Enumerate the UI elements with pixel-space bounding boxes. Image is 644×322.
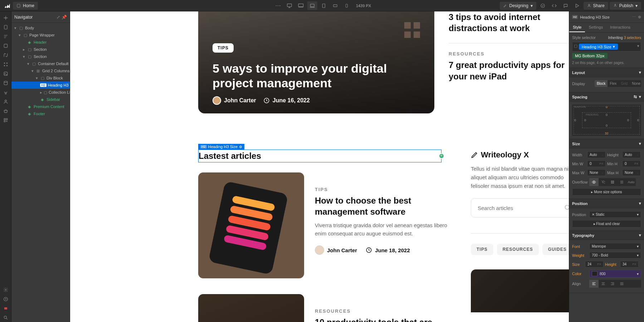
desktop-large-icon[interactable] xyxy=(296,1,306,10)
tree-premium[interactable]: ◈Premium Content xyxy=(11,103,70,110)
color-select[interactable]: 800▾ xyxy=(589,270,641,278)
help-icon[interactable] xyxy=(1,295,10,303)
tree-collection[interactable]: ▸▢Collection Lis xyxy=(11,89,70,96)
canvas[interactable]: TIPS 5 ways to improve your digital proj… xyxy=(70,11,569,322)
variables-icon[interactable] xyxy=(1,60,10,69)
selector-chip[interactable]: Heading H3 Size▾ xyxy=(579,44,618,50)
code-icon[interactable] xyxy=(549,1,559,10)
laptop-icon[interactable] xyxy=(307,1,317,10)
search-input[interactable] xyxy=(478,205,561,211)
pin-icon[interactable]: 📌 xyxy=(62,15,67,20)
collapse-icon[interactable]: ⤢ xyxy=(57,15,60,20)
tree-body[interactable]: ▾▢Body xyxy=(11,24,70,31)
article-title[interactable]: How to choose the best management softwa… xyxy=(315,195,449,217)
spacing-editor[interactable]: MARGIN PADDING 0 0 32 0 0 0 0 0 xyxy=(572,104,641,136)
webflow-logo-icon[interactable] xyxy=(3,1,11,10)
hero-card[interactable]: TIPS 5 ways to improve your digital proj… xyxy=(198,11,434,113)
tablet-icon[interactable] xyxy=(319,1,329,10)
line-height-input[interactable]: 34PX xyxy=(620,261,639,268)
tab-interactions[interactable]: Interactions xyxy=(606,23,634,32)
side-title[interactable]: 3 tips to avoid internet distractions at… xyxy=(449,11,569,34)
font-size-input[interactable]: 24PX xyxy=(585,261,604,268)
weight-select[interactable]: 700 - Bold▾ xyxy=(589,252,641,259)
settings-icon[interactable] xyxy=(1,286,10,294)
display-flex[interactable]: Flex xyxy=(608,80,619,87)
components-icon[interactable] xyxy=(1,42,10,50)
section-size[interactable]: Size▾ xyxy=(569,139,644,148)
tree-section[interactable]: ▾▢Section xyxy=(11,53,70,60)
more-size-button[interactable]: ▸ More size options xyxy=(572,188,641,196)
section-position[interactable]: Position▾ xyxy=(569,199,644,208)
article-title[interactable]: 10 productivity tools that are xyxy=(315,317,449,322)
align-center-icon[interactable] xyxy=(599,280,608,288)
width-input[interactable]: Auto- xyxy=(587,151,606,158)
assets-icon[interactable] xyxy=(1,69,10,78)
overflow-auto-icon[interactable] xyxy=(617,178,626,186)
users-icon[interactable] xyxy=(1,97,10,106)
minh-input[interactable]: 0PX xyxy=(622,160,641,167)
preview-icon[interactable] xyxy=(572,1,582,10)
height-input[interactable]: Auto- xyxy=(622,151,641,158)
align-justify-icon[interactable] xyxy=(617,280,626,288)
logic-icon[interactable] xyxy=(1,51,10,59)
phone-icon[interactable] xyxy=(342,1,352,10)
selector-input[interactable]: ▢ Heading H3 Size▾ ▾ xyxy=(572,42,641,52)
section-typography[interactable]: Typography▾ xyxy=(569,231,644,240)
hero-tag[interactable]: TIPS xyxy=(213,43,234,53)
overflow-hidden-icon[interactable] xyxy=(599,178,608,186)
share-button[interactable]: Share xyxy=(584,2,608,10)
publish-button[interactable]: Publish ▾ xyxy=(610,2,641,10)
article-card[interactable]: TIPS How to choose the best management s… xyxy=(198,172,449,278)
comment-icon[interactable] xyxy=(561,1,571,10)
tree-page-wrapper[interactable]: ▾▢Page Wrapper xyxy=(11,31,70,39)
add-element-icon[interactable] xyxy=(1,14,10,22)
pages-icon[interactable] xyxy=(1,23,10,31)
navigator-icon[interactable] xyxy=(1,32,10,41)
tree-header[interactable]: ◈Header xyxy=(11,39,70,46)
video-icon[interactable] xyxy=(1,304,10,313)
more-icon[interactable]: ⋯ xyxy=(273,1,283,10)
selector-chip[interactable]: MG Bottom 32px xyxy=(572,53,608,59)
desktop-icon[interactable] xyxy=(284,1,294,10)
home-button[interactable]: Home xyxy=(13,2,38,10)
more-icon[interactable]: ⋯ xyxy=(632,15,636,19)
section-spacing[interactable]: Spacing⇆▾ xyxy=(569,92,644,102)
tree-heading-h3[interactable]: H2Heading H3 S xyxy=(11,82,70,89)
align-left-icon[interactable] xyxy=(589,280,599,288)
check-circle-icon[interactable] xyxy=(538,1,548,10)
tag-pill[interactable]: TIPS xyxy=(471,244,493,255)
display-grid[interactable]: Grid xyxy=(619,80,630,87)
align-right-icon[interactable] xyxy=(608,280,617,288)
display-none[interactable]: None xyxy=(630,80,641,87)
selected-heading[interactable]: Lastest articles xyxy=(198,150,441,162)
search-box[interactable] xyxy=(471,198,569,218)
tree-footer[interactable]: ◈Footer xyxy=(11,110,70,117)
focus-icon[interactable]: ⊕ xyxy=(638,15,641,19)
tab-settings[interactable]: Settings xyxy=(585,23,606,32)
float-clear-button[interactable]: ▸ Float and clear xyxy=(572,220,641,228)
tag-pill[interactable]: RESOURCES xyxy=(497,244,539,255)
tree-divblock[interactable]: ▾▢Div Block xyxy=(11,74,70,82)
position-select[interactable]: ✕ Static▾ xyxy=(589,211,641,218)
basket-icon[interactable] xyxy=(1,107,10,115)
phone-landscape-icon[interactable] xyxy=(330,1,340,10)
cms-icon[interactable] xyxy=(1,79,10,87)
ecommerce-icon[interactable] xyxy=(1,88,10,97)
overflow-auto-text[interactable]: Auto xyxy=(626,178,636,186)
mode-button[interactable]: Designing ▾ xyxy=(500,2,536,10)
section-layout[interactable]: Layout▾ xyxy=(569,68,644,77)
overflow-visible-icon[interactable] xyxy=(589,178,599,186)
tree-container[interactable]: ▾▢Container Default xyxy=(11,60,70,67)
maxh-input[interactable]: None- xyxy=(622,169,641,176)
minw-input[interactable]: 0PX xyxy=(587,160,606,167)
tree-section[interactable]: ▸▢Section xyxy=(11,46,70,53)
font-select[interactable]: Manrope▾ xyxy=(589,243,641,250)
tree-sidebar[interactable]: ◈Sidebar xyxy=(11,96,70,103)
apps-icon[interactable] xyxy=(1,116,10,125)
display-block[interactable]: Block xyxy=(595,80,608,87)
article-card[interactable]: RESOURCES 10 productivity tools that are xyxy=(198,294,449,322)
tree-grid[interactable]: ▾⊞Grid 2 Columns xyxy=(11,67,70,74)
add-element-icon[interactable] xyxy=(439,153,444,159)
link-icon[interactable]: ⇆ xyxy=(634,94,637,99)
overflow-scroll-icon[interactable] xyxy=(608,178,617,186)
